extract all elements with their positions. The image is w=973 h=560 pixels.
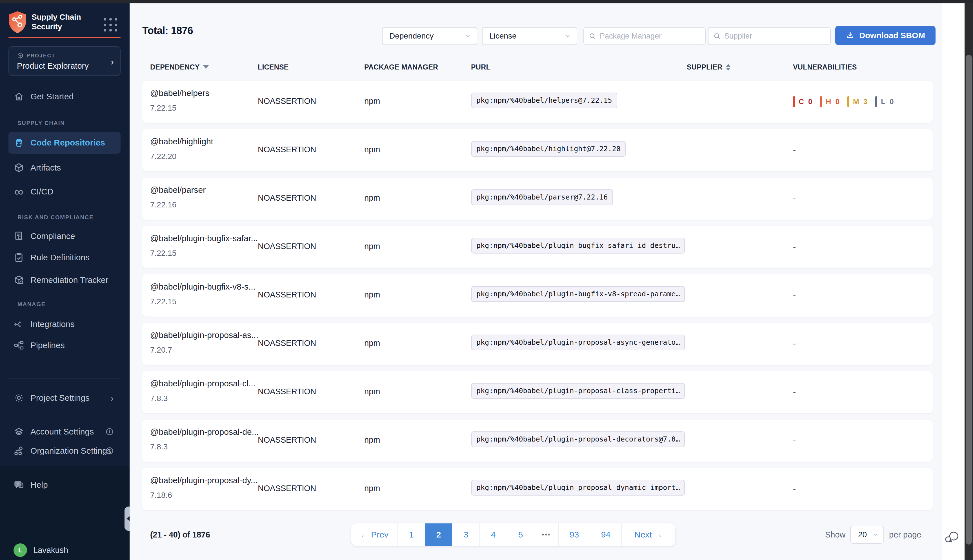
table-row[interactable]: @babel/helpers 7.22.15 NOASSERTION npm p… bbox=[142, 81, 933, 123]
search-input[interactable] bbox=[600, 32, 700, 40]
purl-value[interactable]: pkg:npm/%40babel/plugin-bugfix-v8-spread… bbox=[471, 286, 685, 302]
app-switcher-icon[interactable] bbox=[104, 18, 118, 33]
vulnerabilities-cell: C 0H 0M 3L 0 bbox=[793, 94, 901, 110]
no-vulnerabilities-dash: - bbox=[793, 242, 796, 252]
package-manager-search[interactable] bbox=[583, 27, 706, 45]
package-manager-value: npm bbox=[364, 387, 380, 396]
pagination-page-2[interactable]: 2 bbox=[425, 523, 452, 546]
table-row[interactable]: @babel/parser 7.22.16 NOASSERTION npm pk… bbox=[142, 178, 933, 220]
show-label: Show bbox=[825, 530, 846, 540]
info-icon[interactable] bbox=[105, 447, 114, 455]
project-cube-icon bbox=[17, 52, 23, 59]
table-row[interactable]: @babel/plugin-bugfix-v8-s... 7.22.15 NOA… bbox=[142, 274, 933, 317]
purl-value[interactable]: pkg:npm/%40babel/plugin-proposal-async-g… bbox=[471, 335, 685, 350]
purl-cell: pkg:npm/%40babel/plugin-proposal-async-g… bbox=[471, 335, 685, 350]
sidebar-item-remediation-tracker[interactable]: Remediation Tracker bbox=[0, 269, 130, 291]
no-vulnerabilities-dash: - bbox=[793, 145, 796, 155]
sidebar-item-pipelines[interactable]: Pipelines bbox=[0, 334, 130, 357]
purl-cell: pkg:npm/%40babel/plugin-proposal-class-p… bbox=[471, 383, 685, 399]
sidebar-item-compliance[interactable]: Compliance bbox=[0, 225, 130, 247]
package-manager-value: npm bbox=[364, 145, 380, 154]
purl-value[interactable]: pkg:npm/%40babel/plugin-bugfix-safari-id… bbox=[471, 238, 685, 253]
purl-cell: pkg:npm/%40babel/parser@7.22.16 bbox=[471, 189, 613, 205]
select-value: Dependency bbox=[389, 32, 433, 40]
severity-count: C 0 bbox=[799, 97, 813, 106]
pagination-page-3[interactable]: 3 bbox=[452, 523, 480, 546]
pagination-page-1[interactable]: 1 bbox=[398, 523, 425, 546]
sidebar-item-label: Remediation Tracker bbox=[30, 275, 109, 285]
user-menu[interactable]: L Lavakush bbox=[0, 539, 130, 560]
pagination-page-4[interactable]: 4 bbox=[480, 523, 507, 546]
per-page-label: per page bbox=[889, 530, 921, 540]
scrollbar-thumb[interactable] bbox=[966, 55, 972, 545]
table-row[interactable]: @babel/plugin-proposal-dy... 7.18.6 NOAS… bbox=[142, 468, 933, 510]
sidebar-section-manage: MANAGE bbox=[17, 301, 46, 308]
sidebar-item-rule-definitions[interactable]: Rule Definitions bbox=[0, 246, 130, 269]
table-row[interactable]: @babel/plugin-proposal-de... 7.8.3 NOASS… bbox=[142, 420, 933, 462]
sidebar-item-project-settings[interactable]: Project Settings › bbox=[0, 387, 130, 409]
purl-value[interactable]: pkg:npm/%40babel/plugin-proposal-decorat… bbox=[471, 432, 685, 447]
license-value: NOASSERTION bbox=[258, 338, 316, 348]
sidebar-item-organization-settings[interactable]: Organization Settings bbox=[0, 441, 130, 461]
divider bbox=[8, 378, 120, 378]
pagination-ellipsis[interactable]: ••• bbox=[534, 523, 558, 546]
sidebar-item-code-repositories[interactable]: Code Repositories bbox=[8, 132, 120, 153]
package-manager-value: npm bbox=[364, 484, 380, 493]
sidebar-item-artifacts[interactable]: Artifacts bbox=[0, 157, 130, 179]
column-header-supplier[interactable]: SUPPLIER bbox=[687, 63, 731, 71]
chat-support-icon[interactable] bbox=[944, 528, 961, 545]
dependency-filter-select[interactable]: Dependency bbox=[382, 27, 477, 45]
info-icon[interactable] bbox=[105, 427, 114, 436]
purl-value[interactable]: pkg:npm/%40babel/helpers@7.22.15 bbox=[471, 93, 617, 108]
dependency-name: @babel/helpers bbox=[150, 88, 210, 98]
no-vulnerabilities-dash: - bbox=[793, 290, 796, 300]
table-row[interactable]: @babel/plugin-proposal-as... 7.20.7 NOAS… bbox=[142, 323, 933, 365]
sidebar-item-integrations[interactable]: Integrations bbox=[0, 313, 130, 335]
project-selector[interactable]: PROJECT Product Exploratory › bbox=[8, 46, 120, 76]
box-repair-icon bbox=[13, 275, 24, 285]
table-row[interactable]: @babel/highlight 7.22.20 NOASSERTION npm… bbox=[142, 129, 933, 172]
supplier-search[interactable] bbox=[708, 27, 831, 45]
purl-value[interactable]: pkg:npm/%40babel/plugin-proposal-class-p… bbox=[471, 383, 685, 399]
sidebar-item-cicd[interactable]: ∞ CI/CD bbox=[0, 180, 130, 203]
purl-cell: pkg:npm/%40babel/plugin-proposal-decorat… bbox=[471, 432, 685, 447]
pagination-next-button[interactable]: Next → bbox=[622, 523, 675, 546]
sort-both-icon bbox=[726, 64, 731, 71]
dependency-name: @babel/highlight bbox=[150, 137, 213, 146]
vulnerability-badge-m: M 3 bbox=[848, 96, 868, 107]
sidebar-item-help[interactable]: ? Help bbox=[0, 473, 130, 496]
chevron-down-icon bbox=[464, 33, 471, 39]
sidebar-item-label: Artifacts bbox=[30, 163, 61, 173]
vulnerabilities-cell: - bbox=[793, 336, 796, 352]
sidebar-item-label: Get Started bbox=[30, 92, 74, 101]
pagination: ← Prev12345•••9394Next → bbox=[351, 523, 675, 546]
purl-value[interactable]: pkg:npm/%40babel/highlight@7.22.20 bbox=[471, 141, 626, 157]
vulnerabilities-cell: - bbox=[793, 433, 796, 448]
sidebar-item-account-settings[interactable]: Account Settings bbox=[0, 422, 130, 442]
pagination-range: (21 - 40) of 1876 bbox=[150, 530, 210, 540]
table-row[interactable]: @babel/plugin-proposal-cl... 7.8.3 NOASS… bbox=[142, 371, 933, 413]
sidebar-item-label: Compliance bbox=[30, 231, 75, 241]
column-header-dependency[interactable]: DEPENDENCY bbox=[150, 63, 209, 71]
pagination-prev-button[interactable]: ← Prev bbox=[351, 523, 398, 546]
user-name: Lavakush bbox=[33, 546, 68, 555]
search-input[interactable] bbox=[724, 32, 826, 40]
pagination-page-93[interactable]: 93 bbox=[558, 523, 590, 546]
page-size-select[interactable]: 20 bbox=[850, 526, 884, 544]
package-manager-value: npm bbox=[364, 435, 380, 445]
dependency-name: @babel/plugin-bugfix-v8-s... bbox=[150, 282, 256, 292]
license-value: NOASSERTION bbox=[258, 242, 316, 251]
purl-value[interactable]: pkg:npm/%40babel/plugin-proposal-dynamic… bbox=[471, 480, 685, 495]
table-row[interactable]: @babel/plugin-bugfix-safar... 7.22.15 NO… bbox=[142, 226, 933, 268]
document-search-icon bbox=[13, 231, 24, 242]
pagination-page-94[interactable]: 94 bbox=[590, 523, 622, 546]
license-filter-select[interactable]: License bbox=[482, 27, 577, 45]
vulnerabilities-cell: - bbox=[793, 287, 796, 303]
pagination-page-5[interactable]: 5 bbox=[507, 523, 534, 546]
purl-value[interactable]: pkg:npm/%40babel/parser@7.22.16 bbox=[471, 189, 613, 205]
download-sbom-button[interactable]: Download SBOM bbox=[835, 26, 936, 45]
help-chat-icon: ? bbox=[13, 480, 24, 490]
sidebar-item-get-started[interactable]: Get Started bbox=[0, 85, 130, 108]
dependency-version: 7.18.6 bbox=[150, 491, 172, 500]
purl-cell: pkg:npm/%40babel/plugin-bugfix-v8-spread… bbox=[471, 286, 685, 302]
